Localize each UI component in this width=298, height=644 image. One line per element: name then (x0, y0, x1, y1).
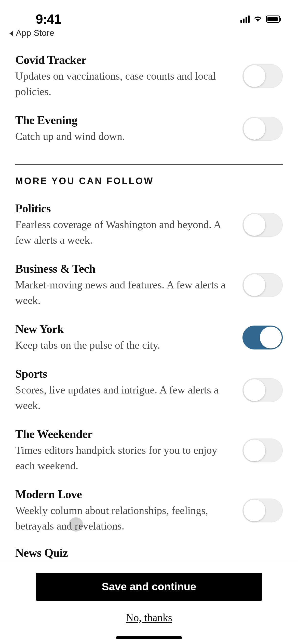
item-title: Covid Tracker (15, 53, 232, 67)
back-label: App Store (16, 28, 54, 38)
item-title: Modern Love (15, 487, 232, 501)
item-desc: Scores, live updates and intrigue. A few… (15, 382, 232, 413)
newsletter-item-news-quiz: News Quiz (15, 546, 283, 560)
item-desc: Times editors handpick stories for you t… (15, 443, 232, 474)
newsletter-item-business-tech: Business & Tech Market-moving news and f… (15, 255, 283, 315)
toggle-new-york[interactable] (242, 326, 283, 349)
toggle-sports[interactable] (242, 378, 283, 402)
toggle-business-tech[interactable] (242, 273, 283, 297)
item-title: The Evening (15, 113, 232, 127)
section-divider (15, 164, 283, 165)
item-title: Politics (15, 201, 232, 215)
item-title: The Weekender (15, 427, 232, 441)
save-and-continue-button[interactable]: Save and continue (36, 573, 262, 601)
newsletter-item-the-weekender: The Weekender Times editors handpick sto… (15, 420, 283, 480)
newsletter-item-sports: Sports Scores, live updates and intrigue… (15, 360, 283, 420)
home-indicator[interactable] (116, 636, 182, 639)
status-icons (240, 16, 285, 23)
toggle-the-weekender[interactable] (242, 438, 283, 462)
toggle-covid-tracker[interactable] (242, 64, 283, 88)
battery-icon (266, 16, 280, 23)
newsletter-item-the-evening: The Evening Catch up and wind down. (15, 106, 283, 151)
item-title: New York (15, 322, 232, 336)
footer-actions: Save and continue No, thanks (0, 560, 298, 644)
back-arrow-icon: ◀ (9, 29, 13, 37)
toggle-the-evening[interactable] (242, 117, 283, 141)
back-to-app-store[interactable]: ◀ App Store (0, 28, 298, 46)
item-desc: Market-moving news and features. A few a… (15, 277, 232, 308)
settings-list: Covid Tracker Updates on vaccinations, c… (0, 46, 298, 560)
item-desc: Weekly column about relationships, feeli… (15, 503, 232, 534)
item-desc: Keep tabs on the pulse of the city. (15, 338, 232, 353)
item-desc: Catch up and wind down. (15, 129, 232, 144)
newsletter-item-new-york: New York Keep tabs on the pulse of the c… (15, 315, 283, 360)
newsletter-item-covid-tracker: Covid Tracker Updates on vaccinations, c… (15, 46, 283, 106)
toggle-modern-love[interactable] (242, 499, 283, 522)
item-title: Sports (15, 367, 232, 381)
item-title: News Quiz (15, 546, 283, 560)
cellular-signal-icon (240, 16, 250, 23)
status-time: 9:41 (36, 11, 61, 27)
no-thanks-link[interactable]: No, thanks (36, 611, 262, 624)
item-title: Business & Tech (15, 262, 232, 276)
newsletter-item-politics: Politics Fearless coverage of Washington… (15, 195, 283, 255)
status-bar: 9:41 (0, 0, 298, 28)
wifi-icon (253, 16, 262, 23)
item-desc: Updates on vaccinations, case counts and… (15, 68, 232, 99)
toggle-politics[interactable] (242, 213, 283, 237)
section-header-more-follow: MORE YOU CAN FOLLOW (15, 176, 283, 186)
item-desc: Fearless coverage of Washington and beyo… (15, 217, 232, 248)
newsletter-item-modern-love: Modern Love Weekly column about relation… (15, 480, 283, 541)
